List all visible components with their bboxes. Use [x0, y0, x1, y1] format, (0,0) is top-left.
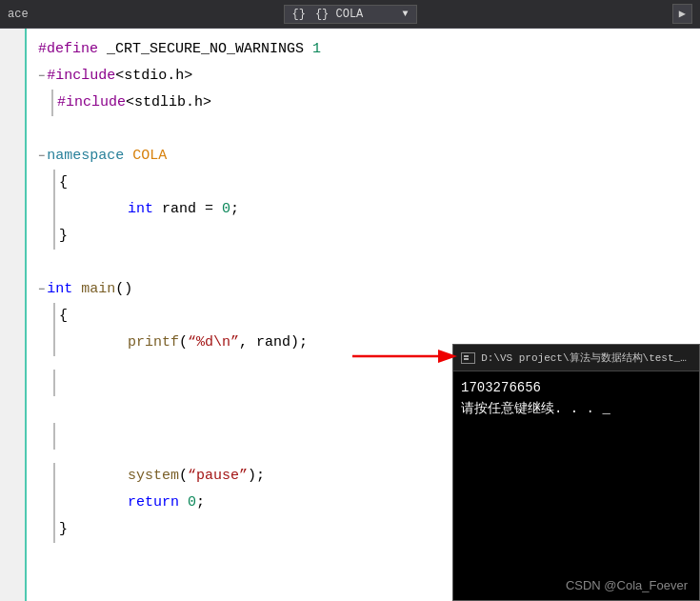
code-line-5: −namespace COLA — [38, 143, 692, 170]
collapse-marker-main[interactable]: − — [38, 276, 45, 303]
top-bar-right: ▶ — [635, 4, 692, 24]
editor-gutter — [0, 29, 27, 601]
terminal-body: 1703276656 请按任意键继续. . . _ — [453, 371, 699, 425]
navigate-button[interactable]: ▶ — [672, 4, 692, 24]
terminal-cursor: _ — [602, 401, 610, 416]
terminal-window-icon — [461, 352, 475, 364]
collapse-vbar — [51, 90, 53, 116]
collapse-vbar-11 — [53, 516, 55, 543]
terminal-titlebar: D:\VS project\算法与数据结构\test_3_19 — [453, 345, 699, 371]
code-line-1: #define _CRT_SECURE_NO_WARNINGS 1 — [38, 36, 692, 63]
collapse-vbar-4 — [53, 223, 55, 250]
collapse-vbar-3 — [53, 196, 55, 223]
collapse-vbar-7 — [53, 370, 55, 396]
code-line-7: int rand = 0; — [38, 196, 692, 223]
collapse-vbar-8 — [53, 423, 55, 450]
dropdown-center: {} {} COLA ▼ — [65, 5, 635, 24]
ace-label: ace — [8, 8, 65, 21]
code-line-8: } — [38, 223, 692, 250]
scope-dropdown[interactable]: {} {} COLA ▼ — [284, 5, 417, 24]
code-line-3: #include<stdlib.h> — [38, 90, 692, 116]
collapse-vbar-5 — [53, 303, 55, 330]
csdn-watermark: CSDN @Cola_Foever — [566, 578, 688, 592]
code-line-2: −#include<stdio.h> — [38, 63, 692, 90]
code-line-9 — [38, 250, 692, 276]
collapse-vbar-10 — [53, 490, 55, 516]
terminal-title: D:\VS project\算法与数据结构\test_3_19 — [481, 351, 691, 365]
collapse-marker-namespace[interactable]: − — [38, 143, 45, 170]
dropdown-arrow-icon: ▼ — [402, 9, 408, 19]
top-bar: ace {} {} COLA ▼ ▶ — [0, 0, 700, 29]
scope-label: {} COLA — [315, 8, 363, 21]
terminal-output-line2: 请按任意键继续. . . _ — [461, 398, 691, 419]
terminal-popup: D:\VS project\算法与数据结构\test_3_19 17032766… — [452, 344, 700, 601]
editor-area: #define _CRT_SECURE_NO_WARNINGS 1 −#incl… — [0, 29, 700, 601]
terminal-output-line1: 1703276656 — [461, 377, 691, 398]
code-line-11: { — [38, 303, 692, 330]
collapse-vbar-2 — [53, 170, 55, 196]
collapse-vbar-6 — [53, 330, 55, 356]
code-line-4 — [38, 116, 692, 143]
code-line-10: −int main() — [38, 276, 692, 303]
collapse-vbar-9 — [53, 463, 55, 490]
collapse-marker-include[interactable]: − — [38, 63, 45, 90]
scope-icon: {} — [292, 8, 306, 21]
code-line-6: { — [38, 170, 692, 196]
